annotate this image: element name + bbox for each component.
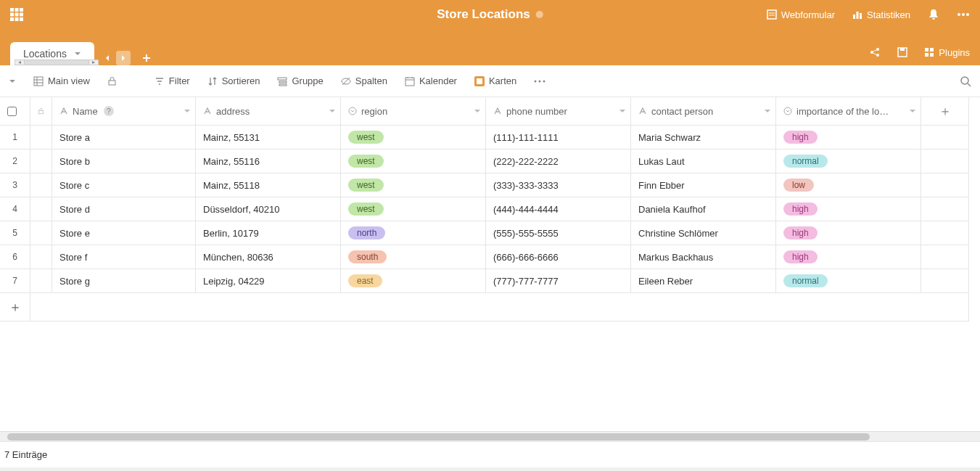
cell-contact[interactable]: Christine Schlömer [631, 221, 776, 245]
cell-name[interactable]: Store f [52, 245, 196, 269]
tab-scroll[interactable]: ◂▸ [15, 60, 99, 65]
chevron-down-icon[interactable] [184, 107, 191, 115]
cell-importance[interactable]: high [776, 221, 921, 245]
caret-right-icon [120, 54, 127, 62]
column-header-contact[interactable]: contact person [631, 97, 776, 126]
column-header-region[interactable]: region [341, 97, 486, 126]
apps-icon[interactable] [10, 8, 23, 21]
lock-view[interactable] [107, 76, 117, 86]
tab-prev[interactable] [100, 51, 115, 65]
column-header-phone[interactable]: phone number [486, 97, 631, 126]
cell-phone[interactable]: (777)-777-7777 [486, 269, 631, 293]
column-header-importance[interactable]: importance of the lo… [776, 97, 921, 126]
cell-contact[interactable]: Markus Backhaus [631, 245, 776, 269]
cell-name[interactable]: Store d [52, 197, 196, 221]
region-pill: west [348, 202, 384, 216]
select-all-checkbox[interactable] [7, 107, 17, 116]
select-all[interactable] [0, 97, 30, 126]
cell-phone[interactable]: (222)-222-2222 [486, 150, 631, 173]
columns-button[interactable]: Spalten [341, 75, 387, 86]
row-number[interactable]: 5 [0, 221, 30, 245]
cell-name[interactable]: Store a [52, 126, 196, 150]
scrollbar-thumb[interactable] [7, 433, 870, 441]
cell-phone[interactable]: (111)-111-1111 [486, 126, 631, 150]
save-button[interactable] [897, 46, 908, 58]
group-button[interactable]: Gruppe [277, 75, 323, 86]
chevron-down-icon[interactable] [474, 107, 481, 115]
cell-address[interactable]: Leipzig, 04229 [196, 269, 341, 293]
stats-link[interactable]: Statistiken [852, 9, 910, 20]
calendar-button[interactable]: Kalender [405, 75, 457, 86]
cell-region[interactable]: west [341, 197, 486, 221]
more-menu[interactable] [957, 12, 970, 17]
chevron-down-icon[interactable] [619, 107, 626, 115]
cell-region[interactable]: west [341, 126, 486, 150]
cell-region[interactable]: west [341, 173, 486, 197]
row-number[interactable]: 3 [0, 173, 30, 197]
webform-link[interactable]: Webformular [767, 9, 835, 20]
cell-contact[interactable]: Lukas Laut [631, 150, 776, 173]
chevron-down-icon[interactable] [909, 107, 916, 115]
cell-contact[interactable]: Finn Ebber [631, 173, 776, 197]
row-number[interactable]: 7 [0, 269, 30, 293]
cell-name[interactable]: Store b [52, 150, 196, 173]
row-number[interactable]: 6 [0, 245, 30, 269]
cell-phone[interactable]: (555)-555-5555 [486, 221, 631, 245]
chevron-down-icon[interactable] [329, 107, 336, 115]
plugins-link[interactable]: Plugins [924, 47, 970, 58]
tab-add[interactable] [139, 51, 154, 65]
cell-phone[interactable]: (666)-666-6666 [486, 245, 631, 269]
add-row[interactable]: ＋ [0, 293, 30, 321]
cell-address[interactable]: Berlin, 10179 [196, 221, 341, 245]
cell-name[interactable]: Store g [52, 269, 196, 293]
cell-importance[interactable]: high [776, 126, 921, 150]
cell-contact[interactable]: Eileen Reber [631, 269, 776, 293]
row-number[interactable]: 2 [0, 150, 30, 173]
text-icon [203, 107, 212, 115]
cell-address[interactable]: München, 80636 [196, 245, 341, 269]
main-view-button[interactable]: Main view [33, 75, 90, 86]
filter-button[interactable]: Filter [155, 75, 190, 86]
cell-importance[interactable]: normal [776, 150, 921, 173]
view-menu-toggle[interactable] [9, 78, 16, 85]
cell-importance[interactable]: normal [776, 269, 921, 293]
search-button[interactable] [960, 75, 971, 87]
cell-name[interactable]: Store c [52, 173, 196, 197]
svg-rect-43 [405, 78, 414, 86]
cell-region[interactable]: south [341, 245, 486, 269]
sort-button[interactable]: Sortieren [207, 75, 260, 86]
cell-phone[interactable]: (333)-333-3333 [486, 173, 631, 197]
cell-importance[interactable]: high [776, 245, 921, 269]
cell-contact[interactable]: Daniela Kaufhof [631, 197, 776, 221]
more-toolbar[interactable] [534, 79, 545, 83]
svg-point-49 [535, 80, 537, 82]
cell-region[interactable]: north [341, 221, 486, 245]
chevron-down-icon[interactable] [764, 107, 771, 115]
cell-phone[interactable]: (444)-444-4444 [486, 197, 631, 221]
horizontal-scrollbar[interactable] [0, 431, 980, 441]
row-lock-cell [30, 173, 52, 197]
cell-empty [921, 150, 969, 173]
add-column[interactable]: ＋ [921, 97, 969, 126]
cell-name[interactable]: Store e [52, 221, 196, 245]
help-icon[interactable]: ? [104, 106, 114, 116]
cell-importance[interactable]: high [776, 197, 921, 221]
cell-address[interactable]: Mainz, 55116 [196, 150, 341, 173]
column-header-name[interactable]: Name ? [52, 97, 196, 126]
cell-region[interactable]: west [341, 150, 486, 173]
tab-next[interactable] [116, 51, 131, 65]
svg-rect-54 [39, 110, 44, 114]
cell-importance[interactable]: low [776, 173, 921, 197]
cell-region[interactable]: east [341, 269, 486, 293]
cell-address[interactable]: Mainz, 55131 [196, 126, 341, 150]
svg-rect-7 [15, 17, 19, 21]
cell-address[interactable]: Düsseldorf, 40210 [196, 197, 341, 221]
row-number[interactable]: 1 [0, 126, 30, 150]
cards-button[interactable]: Karten [474, 75, 516, 86]
row-number[interactable]: 4 [0, 197, 30, 221]
notifications-button[interactable] [928, 9, 939, 20]
column-header-address[interactable]: address [196, 97, 341, 126]
cell-contact[interactable]: Maria Schwarz [631, 126, 776, 150]
share-button[interactable] [869, 46, 881, 58]
cell-address[interactable]: Mainz, 55118 [196, 173, 341, 197]
